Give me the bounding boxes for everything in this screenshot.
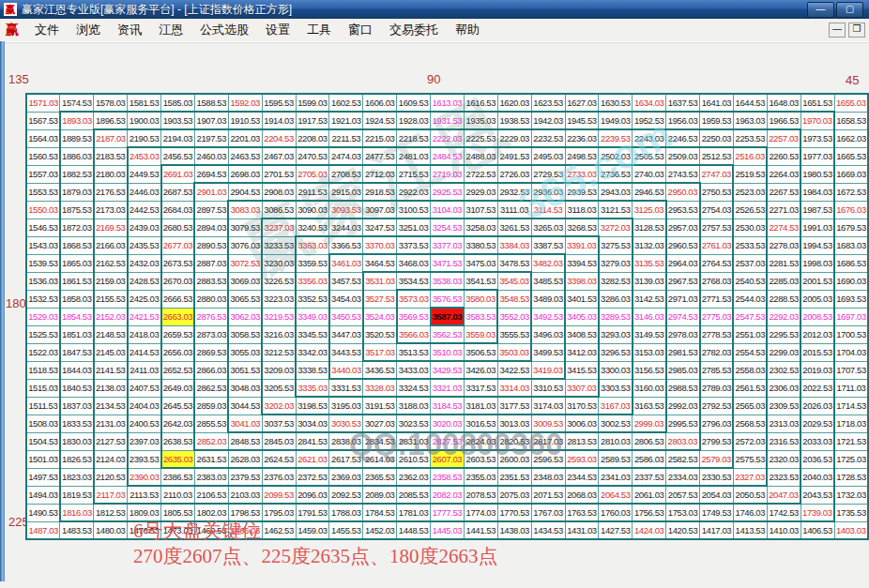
grid-cell: 1718.03 — [834, 415, 868, 432]
grid-cell: 1574.53 — [60, 94, 94, 112]
grid-cell: 1410.03 — [767, 521, 800, 539]
grid-cell: 2439.03 — [128, 219, 161, 236]
menu-item-窗口[interactable]: 窗口 — [340, 21, 381, 38]
menu-item-公式选股[interactable]: 公式选股 — [191, 21, 257, 38]
grid-cell: 1903.53 — [161, 112, 195, 129]
grid-cell: 2708.53 — [329, 165, 363, 183]
grid-cell: 2481.03 — [397, 147, 431, 165]
grid-cell: 1770.53 — [497, 504, 531, 521]
grid-cell: 2572.03 — [733, 432, 767, 450]
grid-cell: 1928.03 — [397, 112, 431, 129]
menu-item-交易委托[interactable]: 交易委托 — [381, 21, 447, 38]
grid-cell: 1630.53 — [599, 94, 633, 112]
grid-cell: 1532.53 — [26, 290, 60, 308]
grid-cell: 3534.53 — [397, 272, 431, 290]
grid-cell: 3146.03 — [633, 308, 666, 325]
grid-cell: 2253.53 — [733, 129, 767, 147]
grid-cell: 2348.03 — [531, 468, 565, 486]
grid-cell: 1413.53 — [733, 521, 767, 539]
grid-cell: 2904.53 — [228, 183, 262, 201]
grid-cell: 2243.03 — [633, 129, 666, 147]
grid-cell: 2554.53 — [733, 343, 767, 361]
menu-item-帮助[interactable]: 帮助 — [447, 21, 488, 38]
grid-cell: 2656.03 — [161, 343, 195, 361]
grid-cell: 2705.03 — [296, 165, 329, 183]
grid-cell: 2526.53 — [733, 201, 767, 219]
grid-cell: 2222.03 — [431, 129, 465, 147]
grid-cell: 2005.03 — [800, 290, 834, 308]
grid-cell: 2789.03 — [700, 379, 734, 397]
grid-cell: 2008.53 — [800, 308, 834, 325]
grid-cell: 1511.53 — [26, 397, 60, 415]
grid-cell: 2418.03 — [128, 325, 161, 343]
grid-cell: 3289.53 — [599, 308, 633, 325]
grid-cell: 2292.03 — [767, 308, 800, 325]
grid-cell: 2610.53 — [397, 450, 431, 468]
grid-cell: 1931.53 — [431, 112, 465, 129]
grid-cell: 3233.53 — [262, 236, 296, 254]
grid-cell: 1935.03 — [464, 112, 497, 129]
grid-cell: 1560.53 — [26, 147, 60, 165]
menu-item-工具[interactable]: 工具 — [298, 21, 340, 38]
grid-cell: 1606.03 — [363, 94, 397, 112]
grid-cell: 1508.03 — [26, 415, 60, 432]
grid-cell: 3433.03 — [397, 361, 431, 379]
grid-cell: 3436.53 — [363, 361, 397, 379]
grid-cell: 3422.53 — [497, 361, 531, 379]
grid-cell: 1994.53 — [800, 236, 834, 254]
grid-cell: 3282.53 — [599, 272, 633, 290]
grid-cell: 2379.53 — [228, 468, 262, 486]
grid-cell: 2131.03 — [94, 415, 128, 432]
grid-cell: 1924.53 — [363, 112, 397, 129]
grid-cell: 3447.03 — [329, 325, 363, 343]
grid-cell: 2810.03 — [599, 432, 633, 450]
menu-item-浏览[interactable]: 浏览 — [68, 21, 109, 38]
grid-cell: 2932.53 — [497, 183, 531, 201]
grid-cell: 2733.03 — [565, 165, 599, 183]
grid-cell: 2537.03 — [733, 254, 767, 272]
grid-cell: 2505.53 — [633, 147, 666, 165]
grid-cell: 2071.53 — [531, 486, 565, 504]
grid-cell: 2239.53 — [599, 129, 633, 147]
grid-cell: 2302.53 — [767, 361, 800, 379]
grid-cell: 2467.03 — [262, 147, 296, 165]
grid-cell: 2831.03 — [397, 432, 431, 450]
grid-cell: 2999.03 — [633, 415, 666, 432]
grid-cell: 3583.53 — [464, 308, 497, 325]
grid-cell: 2015.53 — [800, 343, 834, 361]
grid-cell: 2134.53 — [94, 397, 128, 415]
grid-cell: 2978.03 — [666, 325, 700, 343]
menu-item-江恩[interactable]: 江恩 — [150, 21, 191, 38]
grid-cell: 1427.53 — [599, 521, 633, 539]
grid-cell: 2103.03 — [228, 486, 262, 504]
grid-cell: 2974.53 — [666, 308, 700, 325]
grid-cell: 1553.53 — [26, 183, 60, 201]
child-restore-button[interactable]: ❐ — [848, 23, 865, 38]
maximize-button[interactable]: ▢ — [836, 2, 863, 18]
grid-cell: 1623.53 — [531, 94, 565, 112]
grid-cell: 1536.03 — [26, 272, 60, 290]
grid-cell: 3559.03 — [464, 325, 497, 343]
child-minimize-button[interactable]: — — [829, 23, 846, 38]
grid-cell: 1581.53 — [128, 94, 161, 112]
grid-cell: 3212.53 — [262, 343, 296, 361]
menu-item-文件[interactable]: 文件 — [26, 21, 68, 38]
grid-cell: 1861.53 — [60, 272, 94, 290]
grid-cell: 3160.03 — [633, 379, 666, 397]
menu-item-资讯[interactable]: 资讯 — [109, 21, 150, 38]
grid-cell: 3415.53 — [565, 361, 599, 379]
grid-cell: 1648.03 — [767, 94, 800, 112]
grid-cell: 3205.53 — [262, 379, 296, 397]
grid-cell: 3254.53 — [431, 219, 465, 236]
grid-cell: 3114.53 — [531, 201, 565, 219]
grid-cell: 1893.03 — [60, 112, 94, 129]
grid-cell: 2544.03 — [733, 290, 767, 308]
grid-cell: 3023.53 — [397, 415, 431, 432]
grid-cell: 2232.53 — [531, 129, 565, 147]
grid-cell: 2680.53 — [161, 219, 195, 236]
grid-cell: 1543.03 — [26, 236, 60, 254]
minimize-button[interactable]: — — [807, 2, 834, 18]
menu-item-设置[interactable]: 设置 — [257, 21, 298, 38]
grid-cell: 2033.03 — [800, 432, 834, 450]
grid-cell: 1665.53 — [834, 147, 868, 165]
